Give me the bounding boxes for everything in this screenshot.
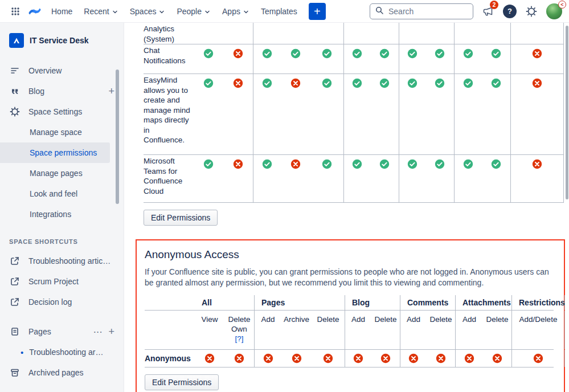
permission-granted-icon xyxy=(194,74,223,154)
confluence-logo[interactable] xyxy=(25,3,44,20)
permission-granted-icon xyxy=(425,44,455,74)
anonymous-access-section: Anonymous Access If your Confluence site… xyxy=(136,239,565,392)
shortcut-link-icon xyxy=(9,297,21,307)
row-label-column xyxy=(145,295,195,310)
permission-granted-icon xyxy=(399,155,425,202)
add-icon[interactable]: + xyxy=(108,86,114,96)
search-box[interactable] xyxy=(370,3,473,19)
sidebar-scrollbar[interactable] xyxy=(116,70,119,204)
sidebar-item-scrum-project[interactable]: Scrum Project xyxy=(0,271,124,292)
permission-row: Microsoft Teams for Confluence Cloud xyxy=(144,155,564,203)
nav-item-label: Home xyxy=(51,7,72,16)
permission-denied-icon xyxy=(511,155,564,202)
page-scrollbar[interactable] xyxy=(566,26,568,199)
space-header[interactable]: IT Service Desk xyxy=(0,33,124,48)
sidebar-item-pages[interactable]: Pages···+ xyxy=(0,321,124,342)
archive-icon xyxy=(9,368,21,378)
row-label: Anonymous xyxy=(145,354,195,363)
notifications-button[interactable]: 2 xyxy=(480,3,496,19)
permission-granted-icon xyxy=(253,155,280,202)
row-label-column xyxy=(145,311,195,349)
column-header-add: Add xyxy=(345,311,371,349)
edit-permissions-button-anonymous[interactable]: Edit Permissions xyxy=(145,374,219,390)
installed-apps-permissions-table: Analytics (System)Chat NotificationsEasy… xyxy=(144,23,564,203)
search-icon xyxy=(375,6,383,17)
edit-permissions-button-top[interactable]: Edit Permissions xyxy=(144,210,218,226)
column-header-delete: Delete xyxy=(371,311,400,349)
permission-granted-icon xyxy=(482,74,511,154)
permission-granted-icon xyxy=(370,44,399,74)
main-content: Analytics (System)Chat NotificationsEasy… xyxy=(124,23,569,392)
nav-item-spaces[interactable]: Spaces xyxy=(124,2,171,21)
column-header-add: Add xyxy=(456,311,483,349)
group-header-blog: Blog xyxy=(345,295,400,310)
permission-granted-icon xyxy=(482,155,511,202)
sidebar-item-blog[interactable]: Blog+ xyxy=(0,81,124,101)
app-switcher-icon[interactable] xyxy=(7,3,24,20)
permission-granted-icon xyxy=(253,44,280,74)
permission-granted-icon xyxy=(194,155,223,202)
sidebar-item-space-settings[interactable]: Space Settings xyxy=(0,101,124,122)
sidebar-item-troubleshooting-artic[interactable]: Troubleshooting artic… xyxy=(0,251,124,271)
primary-nav: HomeRecentSpacesPeopleAppsTemplates xyxy=(46,2,303,21)
permission-granted-icon xyxy=(344,74,370,154)
nav-item-label: Templates xyxy=(261,7,297,16)
shortcut-link-icon xyxy=(9,256,21,266)
permission-denied-icon xyxy=(223,74,253,154)
sidebar-item-space-permissions[interactable]: Space permissions xyxy=(0,142,110,163)
sidebar-item-troubleshooting-ar[interactable]: •Troubleshooting ar… xyxy=(0,342,124,362)
permission-denied-icon xyxy=(371,350,400,367)
table-row: Anonymous xyxy=(145,350,554,368)
bullet-icon: • xyxy=(21,348,23,357)
sidebar-item-overview[interactable]: Overview xyxy=(0,60,124,81)
help-button[interactable]: ? xyxy=(503,5,517,18)
sidebar-item-label: Decision log xyxy=(28,297,72,307)
group-header-all: All xyxy=(195,295,255,310)
permission-granted-icon xyxy=(455,74,482,154)
nav-item-people[interactable]: People xyxy=(171,2,216,21)
sidebar-item-archived-pages[interactable]: Archived pages xyxy=(0,362,124,383)
notification-count-badge: 2 xyxy=(490,1,498,9)
add-icon[interactable]: + xyxy=(108,326,114,337)
permission-granted-icon xyxy=(482,44,511,74)
sidebar-item-manage-space[interactable]: Manage space xyxy=(0,122,110,142)
nav-item-apps[interactable]: Apps xyxy=(216,2,255,21)
create-button[interactable]: + xyxy=(309,3,326,20)
nav-item-templates[interactable]: Templates xyxy=(255,2,303,21)
permission-granted-icon xyxy=(399,74,425,154)
avatar-badge: < xyxy=(558,1,566,9)
nav-right: 2 ? < xyxy=(370,3,562,19)
permission-granted-icon xyxy=(194,44,223,74)
anonymous-permissions-table: AllPagesBlogCommentsAttachmentsRestricti… xyxy=(145,295,554,368)
top-navigation: HomeRecentSpacesPeopleAppsTemplates + 2 … xyxy=(0,0,569,23)
nav-item-recent[interactable]: Recent xyxy=(78,2,124,21)
space-shortcuts-heading: SPACE SHORTCUTS xyxy=(0,224,124,251)
column-header-add: Add xyxy=(400,311,427,349)
permission-granted-icon xyxy=(310,74,344,154)
permission-denied-icon xyxy=(511,74,564,154)
nav-item-label: People xyxy=(177,7,202,16)
space-name: IT Service Desk xyxy=(30,36,89,45)
search-input[interactable] xyxy=(387,6,468,17)
nav-item-home[interactable]: Home xyxy=(46,2,78,21)
permission-denied-icon xyxy=(512,350,565,367)
sidebar-item-manage-pages[interactable]: Manage pages xyxy=(0,163,110,183)
settings-button[interactable] xyxy=(523,3,539,19)
avatar[interactable]: < xyxy=(546,3,562,19)
delete-own-help-link[interactable]: [?] xyxy=(235,334,243,343)
sidebar-item-label: Blog xyxy=(28,87,44,96)
column-header-archive: Archive xyxy=(281,311,312,349)
sidebar-item-label: Troubleshooting artic… xyxy=(28,256,110,266)
sidebar-item-look-and-feel[interactable]: Look and feel xyxy=(0,183,110,204)
permission-denied-icon xyxy=(223,44,253,74)
permission-denied-icon xyxy=(195,350,224,367)
permission-granted-icon xyxy=(344,44,370,74)
column-header-delete: Delete xyxy=(312,311,345,349)
more-icon[interactable]: ··· xyxy=(93,328,103,336)
sidebar-item-decision-log[interactable]: Decision log xyxy=(0,292,124,312)
group-header-restrictions: Restrictions xyxy=(512,295,565,310)
permission-denied-icon xyxy=(281,350,312,367)
nav-item-label: Recent xyxy=(84,7,109,16)
group-header-attachments: Attachments xyxy=(456,295,512,310)
sidebar-item-integrations[interactable]: Integrations xyxy=(0,204,110,224)
